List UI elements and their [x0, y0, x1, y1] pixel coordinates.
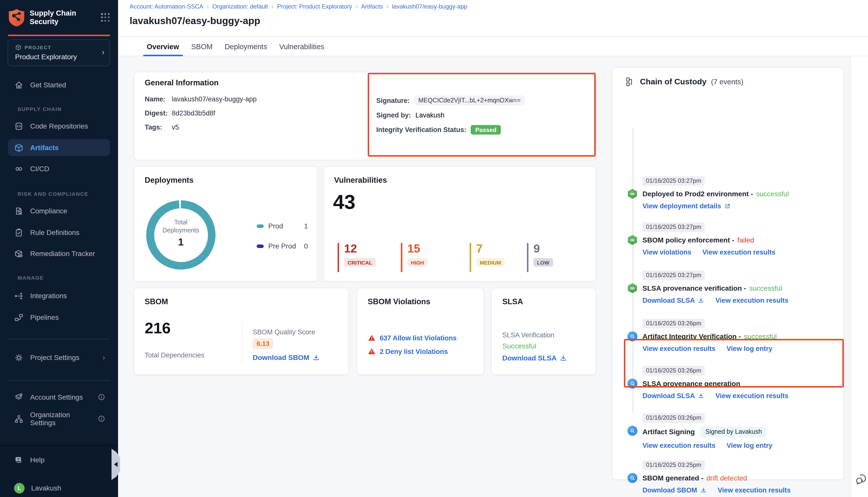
sidebar-divider — [8, 339, 110, 339]
pipelines-icon — [14, 313, 24, 322]
view-execution-results-link[interactable]: View execution results — [702, 248, 775, 256]
pre-prod-swatch — [257, 244, 264, 248]
view-deployment-details-link[interactable]: View deployment details — [642, 202, 721, 210]
project-selector-name: Product Exploratory — [15, 53, 77, 61]
tab-sbom[interactable]: SBOM — [191, 37, 212, 56]
sidebar-item-organization-settings[interactable]: Organization Settings — [8, 410, 110, 427]
sidebar-collapse-handle[interactable] — [112, 449, 120, 480]
support-chat-icon[interactable] — [855, 472, 868, 486]
module-grid-icon[interactable] — [101, 13, 110, 22]
card-title: SLSA — [502, 297, 523, 306]
download-sbom-link[interactable]: Download SBOM — [642, 486, 697, 494]
app-viewport: Supply Chain Security PROJECT Product Ex… — [0, 0, 868, 497]
legend-label: Pre Prod — [268, 242, 296, 250]
name-label: Name: — [145, 95, 172, 103]
tab-overview[interactable]: Overview — [147, 37, 179, 56]
event-title: SLSA provenance verification - — [642, 284, 746, 292]
chevron-right-icon: › — [103, 353, 105, 361]
download-sbom-link[interactable]: Download SBOM — [253, 353, 309, 361]
sidebar-item-artifacts[interactable]: Artifacts — [8, 139, 110, 156]
tabs-bar: Overview SBOM Deployments Vulnerabilitie… — [118, 37, 868, 56]
deployments-card: Deployments TotalDeployments 1 Prod 1 Pr… — [134, 166, 318, 282]
event-status: successful — [756, 189, 789, 198]
high-count: 15 — [407, 243, 428, 255]
view-execution-results-link[interactable]: View execution results — [642, 441, 716, 449]
scan-magnifier-icon — [627, 379, 638, 388]
view-execution-results-link[interactable]: View execution results — [716, 296, 789, 304]
download-slsa-link[interactable]: Download SLSA — [642, 392, 695, 399]
sidebar-item-rule-definitions[interactable]: Rule Definitions — [8, 224, 110, 241]
vulnerabilities-card: Vulnerabilities 43 12 CRITICAL 15 HIGH 7… — [323, 166, 596, 282]
event-timestamp: 01/16/2025 03:27pm — [642, 270, 705, 280]
breadcrumb: Account: Automation-SSCA› Organization: … — [130, 3, 467, 10]
view-log-entry-link[interactable]: View log entry — [727, 441, 772, 449]
sidebar: Supply Chain Security PROJECT Product Ex… — [0, 0, 118, 497]
vertical-divider — [371, 97, 372, 156]
download-slsa-link[interactable]: Download SLSA — [642, 296, 695, 304]
total-deployments-value: 1 — [146, 236, 215, 248]
event-title: SBOM generated - — [642, 474, 703, 482]
layers-gear-icon — [14, 392, 24, 402]
total-dependencies-label: Total Dependencies — [145, 351, 204, 359]
view-execution-results-link[interactable]: View execution results — [718, 486, 791, 494]
view-log-entry-link[interactable]: View log entry — [727, 345, 772, 352]
sidebar-item-account-settings[interactable]: Account Settings — [8, 388, 110, 406]
sidebar-item-get-started[interactable]: Get Started — [8, 76, 110, 94]
external-link-icon — [724, 202, 731, 209]
sidebar-item-cicd[interactable]: CI/CD — [8, 160, 110, 177]
scroll-gutter[interactable] — [850, 56, 868, 497]
sidebar-item-integrations[interactable]: Integrations — [8, 287, 110, 304]
breadcrumb-current[interactable]: lavakush07/easy-buggy-app — [392, 3, 467, 10]
help-chat-icon: ? — [14, 455, 24, 465]
sidebar-item-label: Organization Settings — [30, 411, 92, 427]
sidebar-section-supply-chain: SUPPLY CHAIN — [17, 106, 62, 112]
chain-event-sbom-generated: 01/16/2025 03:25pm SBOM generated -drift… — [627, 460, 838, 494]
view-execution-results-link[interactable]: View execution results — [716, 392, 789, 399]
breadcrumb-artifacts[interactable]: Artifacts — [361, 3, 383, 10]
sidebar-item-help[interactable]: ? Help — [8, 451, 110, 468]
shield-logo-icon — [8, 8, 25, 27]
sidebar-item-project-settings[interactable]: Project Settings › — [8, 349, 110, 366]
user-avatar: L — [14, 483, 25, 493]
sidebar-item-label: Account Settings — [30, 393, 83, 401]
slsa-verification-label: SLSA Verification — [502, 331, 554, 339]
user-name: Lavakush — [31, 484, 61, 492]
svg-text:?: ? — [17, 457, 19, 461]
general-information-card: General Information Name: lavakush07/eas… — [134, 72, 596, 160]
sidebar-item-label: Compliance — [30, 207, 67, 215]
event-title: Artifact Integrity Verification - — [642, 332, 741, 340]
event-status: drift detected — [706, 474, 747, 482]
download-icon — [560, 354, 567, 362]
breadcrumb-project[interactable]: Project: Product Exploratory — [277, 3, 352, 10]
sidebar-item-code-repositories[interactable]: Code Repositories — [8, 117, 110, 134]
donut-legend: Prod 1 Pre Prod 0 — [257, 222, 308, 250]
view-execution-results-link[interactable]: View execution results — [642, 345, 716, 352]
slsa-verification-status: Successful — [502, 342, 536, 350]
info-circle-icon — [98, 394, 105, 401]
sidebar-item-remediation-tracker[interactable]: Remediation Tracker — [8, 245, 110, 262]
view-violations-link[interactable]: View violations — [642, 248, 691, 256]
download-slsa-link[interactable]: Download SLSA — [502, 354, 557, 362]
deny-list-violations-link[interactable]: 2 Deny list Violations — [380, 347, 448, 355]
sidebar-item-label: Remediation Tracker — [30, 250, 95, 257]
event-title: Deployed to Prod2 environment - — [642, 189, 753, 198]
remediation-cube-icon — [14, 249, 24, 258]
sidebar-item-label: Help — [30, 456, 45, 464]
signature-value[interactable]: MEQCICde2VjIT...bL+2+mqnOXw== — [415, 95, 525, 105]
sidebar-item-pipelines[interactable]: Pipelines — [8, 309, 110, 326]
breadcrumb-account[interactable]: Account: Automation-SSCA — [130, 3, 204, 10]
status-badge-passed: Passed — [471, 125, 501, 134]
sidebar-footer: ? Help L Lavakush — [0, 445, 118, 497]
tab-deployments[interactable]: Deployments — [225, 37, 267, 56]
breadcrumb-organization[interactable]: Organization: default — [212, 3, 268, 10]
sidebar-user[interactable]: L Lavakush — [8, 480, 110, 497]
low-count: 9 — [533, 243, 553, 255]
allow-list-violations-link[interactable]: 637 Allow list Violations — [380, 334, 457, 342]
info-circle-icon — [98, 415, 105, 422]
card-title: General Information — [145, 78, 219, 87]
project-selector[interactable]: PROJECT Product Exploratory › — [8, 39, 110, 66]
download-icon — [698, 392, 704, 399]
tab-vulnerabilities[interactable]: Vulnerabilities — [279, 37, 324, 56]
brand-accent-divider — [8, 34, 110, 36]
sidebar-item-compliance[interactable]: Compliance — [8, 202, 110, 219]
